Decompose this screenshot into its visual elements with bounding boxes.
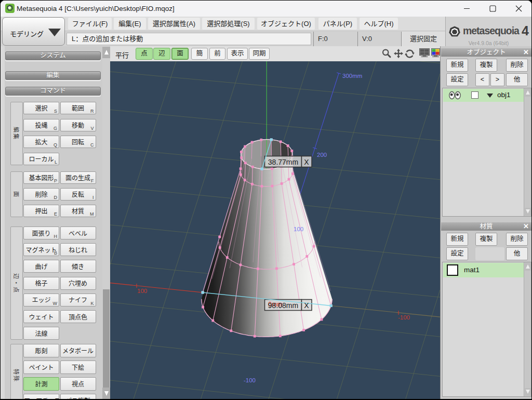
sidebar-scrollbar[interactable]	[102, 46, 110, 399]
command-button[interactable]: 穴埋め	[60, 277, 96, 290]
command-button[interactable]: 基本図形P	[23, 171, 59, 184]
command-button[interactable]: エッジW	[23, 294, 59, 306]
viewport-toggle[interactable]: 点	[136, 48, 153, 60]
object-new-button[interactable]: 新規	[446, 59, 468, 72]
command-button[interactable]: 曲げ	[23, 260, 59, 273]
menu-item[interactable]: 編集(E)	[114, 18, 146, 30]
object-list-item[interactable]: obj1	[443, 89, 524, 102]
command-button[interactable]: 拡大Q	[23, 136, 59, 148]
scroll-down-icon[interactable]	[525, 388, 531, 396]
command-button[interactable]: マグネットB	[23, 243, 59, 256]
command-button[interactable]: ベベル	[60, 226, 96, 239]
measurement-close-button[interactable]: X	[304, 301, 309, 310]
projection-mode-label[interactable]: 平行	[115, 50, 129, 60]
command-button[interactable]: 材質M	[60, 205, 96, 217]
zoom-icon[interactable]	[381, 48, 392, 59]
command-button[interactable]: ナイフK	[60, 294, 96, 306]
command-button[interactable]: 移動V	[60, 119, 96, 131]
minimize-button[interactable]	[455, 1, 478, 17]
measurement-close-button[interactable]: X	[304, 158, 309, 166]
scroll-up-icon[interactable]	[525, 89, 531, 97]
viewport-toggle[interactable]: 辺	[153, 48, 170, 60]
command-button[interactable]: 計測	[23, 377, 59, 391]
material-duplicate-button[interactable]: 複製	[475, 233, 497, 246]
material-swatch[interactable]	[447, 264, 458, 276]
command-button[interactable]: 下絵	[60, 361, 96, 374]
object-more-button[interactable]: 他	[506, 73, 528, 86]
command-button[interactable]: ウェイト	[23, 310, 59, 323]
command-button[interactable]: 面の生成F	[60, 171, 96, 184]
section-command[interactable]: コマンド	[5, 87, 101, 96]
section-system[interactable]: システム	[5, 51, 101, 60]
command-button[interactable]: 視点	[60, 377, 96, 391]
object-list-scrollbar[interactable]	[524, 88, 531, 216]
command-button[interactable]: ねじれ	[60, 243, 96, 256]
rotate-icon[interactable]	[404, 48, 415, 59]
menu-item[interactable]: オブジェクト(O)	[257, 18, 315, 30]
command-button[interactable]: 彫刻	[23, 344, 59, 357]
object-next-button[interactable]: >	[490, 73, 504, 86]
object-prev-button[interactable]: <	[475, 73, 489, 86]
selection-lock-toggle[interactable]: 選択固定	[401, 32, 445, 46]
object-panel-header[interactable]: オブジェクト ✕	[441, 48, 531, 57]
viewport-toggle[interactable]: 前	[209, 48, 225, 60]
command-button[interactable]: 面張りH	[23, 226, 59, 239]
material-list: mat1	[442, 262, 531, 397]
object-delete-button[interactable]: 削除	[506, 59, 528, 72]
command-button[interactable]: 法線	[23, 327, 59, 340]
close-icon[interactable]: ✕	[523, 223, 529, 230]
command-button[interactable]: ローカルL	[23, 153, 59, 165]
scroll-down-icon[interactable]	[525, 208, 531, 216]
object-settings-button[interactable]: 設定	[446, 73, 468, 86]
viewport-3d[interactable]: 0mm 38.77mm X 98.08mm X 300mm 200 100 -1…	[110, 61, 440, 399]
material-list-item[interactable]: mat1	[443, 263, 524, 277]
quad-view-icon[interactable]	[431, 48, 440, 57]
material-settings-button[interactable]: 設定	[446, 247, 468, 260]
command-button[interactable]: 削除D	[23, 188, 59, 201]
maximize-button[interactable]	[481, 1, 504, 17]
material-new-button[interactable]: 新規	[446, 233, 468, 246]
command-button[interactable]: メタボール	[60, 344, 96, 357]
command-button[interactable]: 反転I	[60, 188, 96, 201]
command-button[interactable]: 投縄G	[23, 119, 59, 131]
expand-arrow-icon[interactable]	[487, 94, 493, 98]
single-view-icon[interactable]	[419, 48, 430, 57]
object-duplicate-button[interactable]: 複製	[475, 59, 497, 72]
viewport-scene[interactable]: 0mm 38.77mm X 98.08mm X 300mm 200 100 -1…	[110, 61, 440, 399]
brand-version: Ver4.9.0a (64bit)	[446, 40, 531, 46]
material-delete-button[interactable]: 削除	[506, 233, 528, 246]
command-button[interactable]: ペイント	[23, 361, 59, 374]
mode-selector[interactable]: モデリング	[2, 17, 65, 46]
viewport-toggle[interactable]: 同期	[249, 48, 270, 60]
command-button[interactable]: 格子	[23, 277, 59, 290]
menu-item[interactable]: パネル(P)	[318, 18, 357, 30]
material-more-button[interactable]: 他	[506, 247, 528, 260]
scroll-down-arrow-icon[interactable]	[102, 388, 110, 399]
scroll-up-icon[interactable]	[525, 263, 531, 271]
menu-item[interactable]: 選択部属性(A)	[148, 18, 200, 30]
scroll-up-arrow-icon[interactable]	[102, 47, 110, 58]
command-button[interactable]: 傾き	[60, 260, 96, 273]
pan-icon[interactable]	[393, 48, 404, 59]
command-button[interactable]: 範囲R	[60, 102, 96, 114]
command-button[interactable]: 回転C	[60, 136, 96, 148]
close-button[interactable]	[507, 1, 530, 17]
menu-item[interactable]: ヘルプ(H)	[360, 18, 398, 30]
section-edit[interactable]: 編集	[5, 71, 101, 80]
command-button[interactable]: 選択S	[23, 102, 59, 114]
command-button[interactable]: 押出E	[23, 205, 59, 217]
menu-item[interactable]: 選択部処理(S)	[202, 18, 255, 30]
visibility-eyes-icon[interactable]	[449, 91, 461, 100]
viewport-toggle[interactable]: 表示	[227, 48, 248, 60]
viewport-toggle[interactable]: 面	[171, 48, 189, 60]
command-button[interactable]: 頂点色	[60, 310, 96, 323]
material-list-scrollbar[interactable]	[524, 262, 531, 396]
close-icon[interactable]: ✕	[523, 49, 529, 56]
viewport-toggle[interactable]: 簡	[191, 48, 208, 60]
axis-label-z100: 100	[294, 226, 303, 232]
scrollbar-thumb[interactable]	[103, 289, 110, 388]
material-panel-header[interactable]: 材質 ✕	[441, 222, 531, 231]
menu-item[interactable]: ファイル(F)	[68, 18, 112, 30]
shortcut-key: S	[54, 109, 57, 114]
object-checkbox[interactable]	[471, 91, 478, 99]
